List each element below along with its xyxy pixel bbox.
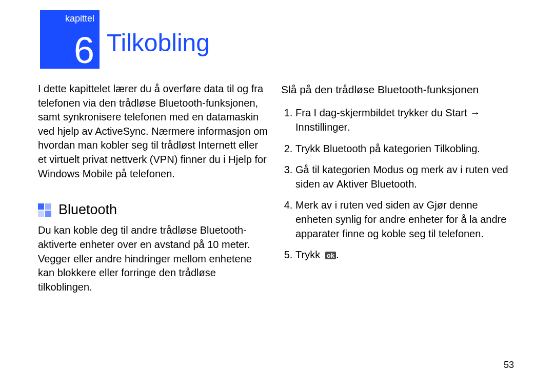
step-1: Fra I dag-skjermbildet trykker du Start … xyxy=(295,106,512,134)
section-heading-bluetooth: Bluetooth xyxy=(38,200,269,219)
step-2: Trykk Bluetooth på kategorien Tilkobling… xyxy=(295,142,512,156)
steps-list: Fra I dag-skjermbildet trykker du Start … xyxy=(281,106,512,262)
chapter-title: Tilkobling xyxy=(107,29,210,57)
intro-paragraph: I dette kapittelet lærer du å overføre d… xyxy=(38,82,269,181)
left-column: I dette kapittelet lærer du å overføre d… xyxy=(38,82,269,294)
manual-page: kapittel 6 Tilkobling I dette kapittelet… xyxy=(0,0,554,392)
step-3: Gå til kategorien Modus og merk av i rut… xyxy=(295,163,512,191)
step-5: Trykk ok. xyxy=(295,248,512,262)
right-column: Slå på den trådløse Bluetooth-funksjonen… xyxy=(281,82,512,270)
section-bullet-icon xyxy=(38,203,51,217)
section-body: Du kan koble deg til andre trådløse Blue… xyxy=(38,223,269,294)
page-number: 53 xyxy=(504,360,514,370)
ok-icon: ok xyxy=(325,252,336,259)
chapter-number: 6 xyxy=(74,32,94,69)
section-heading-text: Bluetooth xyxy=(58,200,117,219)
chapter-badge: kapittel 6 xyxy=(40,10,100,69)
chapter-label: kapittel xyxy=(65,13,94,24)
subsection-heading: Slå på den trådløse Bluetooth-funksjonen xyxy=(281,82,512,97)
step-4: Merk av i ruten ved siden av Gjør denne … xyxy=(295,198,512,241)
